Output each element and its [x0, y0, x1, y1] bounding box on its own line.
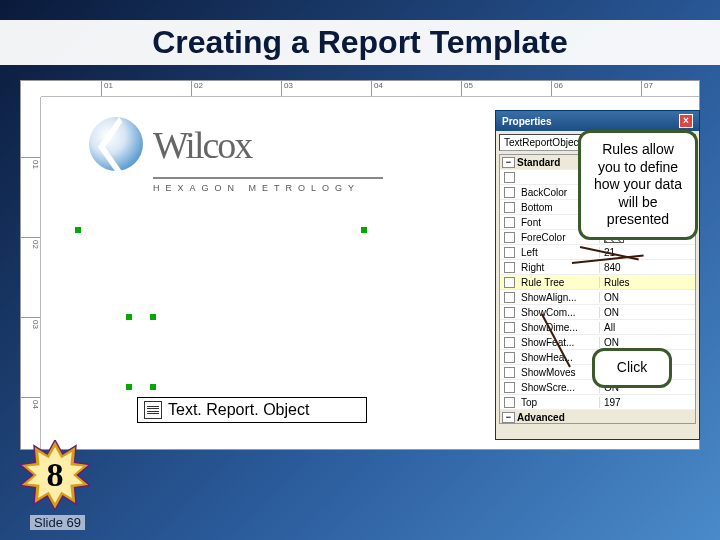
- ruler-tick: 06: [551, 81, 563, 96]
- collapse-icon[interactable]: −: [502, 157, 515, 168]
- selection-handle[interactable]: [75, 227, 81, 233]
- property-name: ShowScre...: [519, 382, 599, 393]
- property-row[interactable]: Top197: [500, 395, 695, 410]
- property-checkbox[interactable]: [504, 307, 515, 318]
- property-name: ShowAlign...: [519, 292, 599, 303]
- text-report-object-label-box: Text. Report. Object: [137, 397, 367, 423]
- section-advanced[interactable]: − Advanced: [500, 410, 695, 424]
- properties-titlebar[interactable]: Properties ×: [496, 111, 699, 131]
- ruler-tick: 07: [641, 81, 653, 96]
- selection-handle[interactable]: [126, 314, 132, 320]
- property-value[interactable]: ON: [599, 307, 695, 318]
- property-value[interactable]: ON: [599, 337, 695, 348]
- property-name: Top: [519, 397, 599, 408]
- step-badge: 8: [20, 440, 90, 510]
- selection-handle[interactable]: [126, 384, 132, 390]
- property-value[interactable]: 197: [599, 397, 695, 408]
- section-label: Standard: [517, 157, 560, 168]
- text-lines-icon: [144, 401, 162, 419]
- property-value[interactable]: Rules: [599, 277, 695, 288]
- selection-handle[interactable]: [361, 227, 367, 233]
- callout-click: Click: [592, 348, 672, 388]
- property-checkbox[interactable]: [504, 352, 515, 363]
- selection-handle[interactable]: [150, 384, 156, 390]
- ruler-vtick: 01: [21, 157, 40, 169]
- callout-rules: Rules allow you to define how your data …: [578, 130, 698, 240]
- property-checkbox[interactable]: [504, 292, 515, 303]
- property-checkbox[interactable]: [504, 382, 515, 393]
- property-row[interactable]: ShowAlign...ON: [500, 290, 695, 305]
- property-checkbox[interactable]: [504, 367, 515, 378]
- slide-number: Slide 69: [30, 515, 85, 530]
- property-name: ShowHea...: [519, 352, 599, 363]
- property-name: ShowMoves: [519, 367, 599, 378]
- ruler-tick: 04: [371, 81, 383, 96]
- ruler-tick: 05: [461, 81, 473, 96]
- selection-handle[interactable]: [150, 314, 156, 320]
- collapse-icon[interactable]: −: [502, 412, 515, 423]
- property-name: Rule Tree: [519, 277, 599, 288]
- property-checkbox[interactable]: [504, 397, 515, 408]
- slide-title: Creating a Report Template: [0, 20, 720, 65]
- property-checkbox[interactable]: [504, 337, 515, 348]
- property-row[interactable]: Rule TreeRules: [500, 275, 695, 290]
- ruler-vtick: 02: [21, 237, 40, 249]
- property-name: Right: [519, 262, 599, 273]
- properties-title-text: Properties: [502, 116, 551, 127]
- step-number: 8: [20, 440, 90, 510]
- property-row[interactable]: Right840: [500, 260, 695, 275]
- property-row[interactable]: ShowDime...All: [500, 320, 695, 335]
- property-value[interactable]: 840: [599, 262, 695, 273]
- close-icon[interactable]: ×: [679, 114, 693, 128]
- ruler-tick: 02: [191, 81, 203, 96]
- ruler-vertical: 01 02 03 04: [21, 97, 41, 449]
- property-row[interactable]: Left21: [500, 245, 695, 260]
- property-checkbox[interactable]: [504, 232, 515, 243]
- property-checkbox[interactable]: [504, 262, 515, 273]
- ruler-tick: 01: [101, 81, 113, 96]
- property-row[interactable]: ShowFeat...ON: [500, 335, 695, 350]
- property-row[interactable]: ShowCom...ON: [500, 305, 695, 320]
- company-logo: Wilcox HEXAGON METROLOGY: [89, 113, 349, 213]
- property-value[interactable]: ON: [599, 292, 695, 303]
- property-checkbox[interactable]: [504, 247, 515, 258]
- property-checkbox[interactable]: [504, 187, 515, 198]
- property-checkbox[interactable]: [504, 172, 515, 183]
- text-report-object-label: Text. Report. Object: [168, 401, 309, 419]
- ruler-vtick: 03: [21, 317, 40, 329]
- property-checkbox[interactable]: [504, 277, 515, 288]
- property-value[interactable]: All: [599, 322, 695, 333]
- property-checkbox[interactable]: [504, 202, 515, 213]
- ruler-tick: 03: [281, 81, 293, 96]
- object-selector-value: TextReportObject1: [504, 137, 587, 148]
- ruler-vtick: 04: [21, 397, 40, 409]
- logo-wordmark: Wilcox: [153, 123, 251, 167]
- property-value[interactable]: 21: [599, 247, 695, 258]
- property-checkbox[interactable]: [504, 217, 515, 228]
- logo-badge-icon: [89, 117, 143, 171]
- logo-subtitle: HEXAGON METROLOGY: [153, 177, 383, 193]
- section-label: Advanced: [517, 412, 565, 423]
- property-checkbox[interactable]: [504, 322, 515, 333]
- property-name: ShowDime...: [519, 322, 599, 333]
- object-selection-box[interactable]: [129, 317, 153, 387]
- ruler-horizontal: 01 02 03 04 05 06 07: [41, 81, 699, 97]
- property-name: ShowCom...: [519, 307, 599, 318]
